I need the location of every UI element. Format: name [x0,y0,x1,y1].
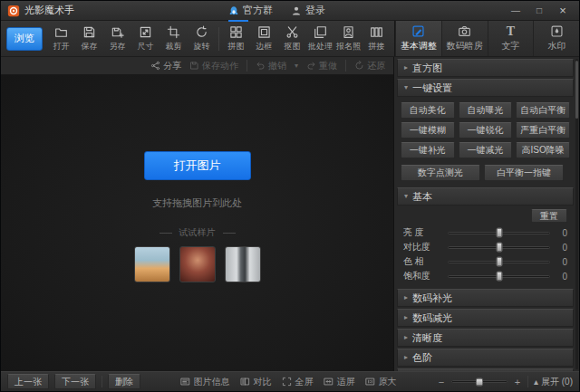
image-info-icon [180,377,190,387]
restore-button[interactable]: 还原 [354,60,385,72]
toolbar-id-photo[interactable]: 报名照 [334,24,362,53]
expand-filmstrip-button[interactable]: ▴ 展开 (0) [534,376,573,388]
toolbar-frame-label: 边框 [256,41,273,53]
save-action-button[interactable]: 保存动作 [189,60,238,72]
tab-basic-adjust[interactable]: 基本调整 [395,21,441,56]
open-image-button[interactable]: 打开图片 [144,151,251,180]
titlebar: 光影魔术手 官方群 登录 — □ × [1,1,579,21]
section-fill-light-title: 数码补光 [412,292,452,305]
zoom-out-button[interactable]: − [437,377,446,387]
section-header-levels[interactable]: ▸ 色阶 [397,349,574,367]
official-group-link[interactable]: 官方群 [228,4,273,17]
section-header-histogram[interactable]: ▸ 直方图 [397,59,574,77]
auto-beautify-button[interactable]: 自动美化 [401,102,455,119]
section-header-basic[interactable]: ▾ 基本 [397,187,574,206]
redo-button[interactable]: 重做 [306,60,337,72]
actionbar-separator [246,60,247,72]
close-button[interactable]: × [553,4,573,18]
brightness-slider-thumb[interactable] [496,228,502,238]
severe-whitebalance-button[interactable]: 严重白平衡 [516,122,570,139]
qq-icon [228,5,239,16]
undo-button[interactable]: 撤销 [256,60,286,72]
editor-area: 分享 保存动作 撤销 ▾ 重做 还原 [1,57,394,371]
toolbar-frame[interactable]: 边框 [250,24,278,53]
toolbar-collage[interactable]: 拼图 [222,24,250,53]
fit-screen-button[interactable]: 适屏 [324,376,354,388]
auto-exposure-button[interactable]: 自动曝光 [459,102,513,119]
section-header-onekey[interactable]: ▾ 一键设置 [397,79,574,97]
section-header-fill-light[interactable]: ▸ 数码补光 [397,289,574,307]
toolbar-save[interactable]: 保存 [75,24,103,53]
toolbar-batch[interactable]: 批处理 [306,24,334,53]
toolbar-stitch[interactable]: 拼接 [362,24,391,53]
high-iso-denoise-button[interactable]: 高ISO降噪 [516,142,570,158]
tab-text[interactable]: T 文字 [488,21,534,56]
toolbar-save-label: 保存 [82,41,98,53]
undo-history-dropdown[interactable]: ▾ [295,62,298,70]
contrast-slider[interactable] [448,246,550,249]
status-bar: 上一张 下一张 删除 图片信息 对比 全屏 适屏 原大 [1,371,579,391]
digital-spot-metering-button[interactable]: 数字点测光 [401,165,480,181]
brightness-slider[interactable] [448,232,550,234]
toolbar-save-as[interactable]: 另存 [103,24,131,53]
actual-size-icon [365,377,375,387]
delete-button[interactable]: 删除 [108,374,140,389]
next-image-button[interactable]: 下一张 [54,374,96,389]
crop-icon [167,25,180,39]
section-header-curves[interactable]: ▸ 曲线 [397,368,574,371]
minimize-button[interactable]: — [506,4,526,18]
whitebalance-one-touch-button[interactable]: 白平衡一指键 [484,165,564,181]
sample-photo-3[interactable] [225,246,261,282]
save-icon [82,25,96,39]
section-header-clarity[interactable]: ▸ 清晰度 [397,329,574,347]
tab-digital-darkroom[interactable]: 数码暗房 [441,21,488,56]
maximize-button[interactable]: □ [529,4,549,18]
actual-size-button[interactable]: 原大 [365,376,396,388]
panel-scrollbar-thumb[interactable] [575,61,578,119]
toolbar-resize[interactable]: 尺寸 [131,24,160,53]
section-header-dim-light[interactable]: ▸ 数码减光 [397,309,574,327]
panel-tabs: 基本调整 数码暗房 T 文字 水印 [395,21,579,56]
canvas-dropzone[interactable]: 打开图片 支持拖拽图片到此处 试试样片 [1,75,393,371]
section-curves-title: 曲线 [412,371,432,372]
saturation-slider-thumb[interactable] [496,272,502,282]
chevron-right-icon: ▸ [404,294,408,301]
login-link[interactable]: 登录 [291,4,325,17]
brightness-value: 0 [556,228,567,238]
toolbar-cutout[interactable]: 抠图 [278,24,306,53]
prev-image-button[interactable]: 上一张 [7,374,49,389]
browse-button[interactable]: 浏览 [6,27,43,51]
sample-photo-2[interactable] [179,246,216,282]
image-info-button[interactable]: 图片信息 [180,376,229,388]
onekey-blur-button[interactable]: 一键模糊 [401,122,455,139]
saturation-slider[interactable] [448,275,550,278]
hue-row: 色 相 0 [403,254,567,269]
onekey-sharpen-button[interactable]: 一键锐化 [459,122,513,139]
share-button[interactable]: 分享 [150,60,181,72]
zoom-in-button[interactable]: + [513,377,522,387]
toolbar-stitch-label: 拼接 [369,41,385,53]
zoom-slider-thumb[interactable] [476,378,483,386]
hue-slider-thumb[interactable] [496,257,502,267]
toolbar-crop-label: 裁剪 [166,41,182,53]
toolbar-crop[interactable]: 裁剪 [160,24,188,53]
contrast-slider-thumb[interactable] [496,243,502,253]
toolbar-rotate-label: 旋转 [194,41,210,53]
sample-photo-1[interactable] [134,246,170,282]
panel-scrollbar[interactable] [575,59,578,369]
onekey-fill-light-button[interactable]: 一键补光 [401,142,455,158]
auto-whitebalance-button[interactable]: 自动白平衡 [516,102,570,119]
onekey-dim-light-button[interactable]: 一键减光 [459,142,513,158]
share-label: 分享 [163,60,181,72]
fullscreen-button[interactable]: 全屏 [282,376,313,388]
tab-watermark[interactable]: 水印 [533,21,579,56]
restore-label: 还原 [367,60,385,72]
toolbar-rotate[interactable]: 旋转 [188,24,216,53]
toolbar-open[interactable]: 打开 [47,24,75,53]
contrast-value: 0 [556,243,567,253]
zoom-slider[interactable] [451,380,508,383]
compare-button[interactable]: 对比 [240,376,271,388]
hue-slider[interactable] [448,261,550,263]
reset-button[interactable]: 重置 [531,209,567,223]
actionbar-separator-2 [345,60,346,72]
